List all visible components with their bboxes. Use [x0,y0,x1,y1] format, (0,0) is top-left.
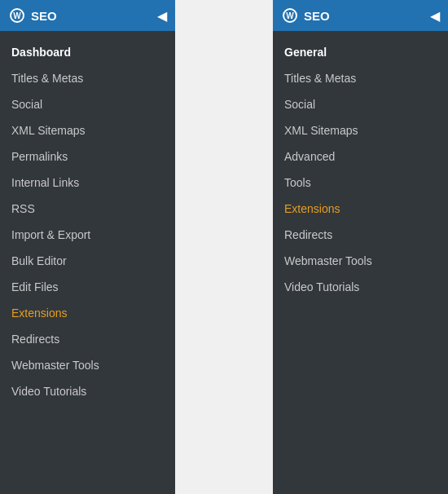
right-nav-item-xml-sitemaps[interactable]: XML Sitemaps [273,117,448,143]
left-collapse-arrow[interactable]: ◀ [157,8,167,24]
left-nav-item-redirects[interactable]: Redirects [0,326,175,352]
right-nav-item-extensions[interactable]: Extensions [273,196,448,222]
left-panel: SEO ◀ DashboardTitles & MetasSocialXML S… [0,0,175,494]
left-nav-item-bulk-editor[interactable]: Bulk Editor [0,248,175,274]
left-nav-item-rss[interactable]: RSS [0,196,175,222]
left-nav-item-webmaster-tools[interactable]: Webmaster Tools [0,352,175,378]
left-logo-icon [10,8,24,23]
left-panel-header: SEO ◀ [0,0,175,31]
left-nav-item-dashboard[interactable]: Dashboard [0,39,175,65]
left-nav-item-edit-files[interactable]: Edit Files [0,274,175,300]
left-nav-item-permalinks[interactable]: Permalinks [0,143,175,170]
left-nav-item-xml-sitemaps[interactable]: XML Sitemaps [0,117,175,143]
gap-spacer [175,0,273,494]
left-nav-item-social[interactable]: Social [0,91,175,117]
right-nav-item-redirects[interactable]: Redirects [273,222,448,248]
left-panel-title: SEO [31,9,57,23]
right-nav-item-general[interactable]: General [273,39,448,65]
right-panel-header: SEO ◀ [273,0,448,31]
left-nav-item-video-tutorials[interactable]: Video Tutorials [0,378,175,404]
right-nav-item-titles-metas[interactable]: Titles & Metas [273,65,448,91]
right-nav-item-advanced[interactable]: Advanced [273,143,448,170]
right-nav-item-video-tutorials[interactable]: Video Tutorials [273,274,448,300]
right-collapse-arrow[interactable]: ◀ [430,8,440,24]
left-nav-item-extensions[interactable]: Extensions [0,300,175,326]
right-panel-title: SEO [304,9,330,23]
right-nav-item-tools[interactable]: Tools [273,170,448,196]
right-nav-item-social[interactable]: Social [273,91,448,117]
left-panel-nav: DashboardTitles & MetasSocialXML Sitemap… [0,31,175,412]
right-logo-icon [283,8,297,23]
left-nav-item-internal-links[interactable]: Internal Links [0,170,175,196]
right-nav-item-webmaster-tools[interactable]: Webmaster Tools [273,248,448,274]
right-panel-nav: GeneralTitles & MetasSocialXML SitemapsA… [273,31,448,308]
left-nav-item-titles-metas[interactable]: Titles & Metas [0,65,175,91]
left-nav-item-import-export[interactable]: Import & Export [0,222,175,248]
right-panel: SEO ◀ GeneralTitles & MetasSocialXML Sit… [273,0,448,494]
